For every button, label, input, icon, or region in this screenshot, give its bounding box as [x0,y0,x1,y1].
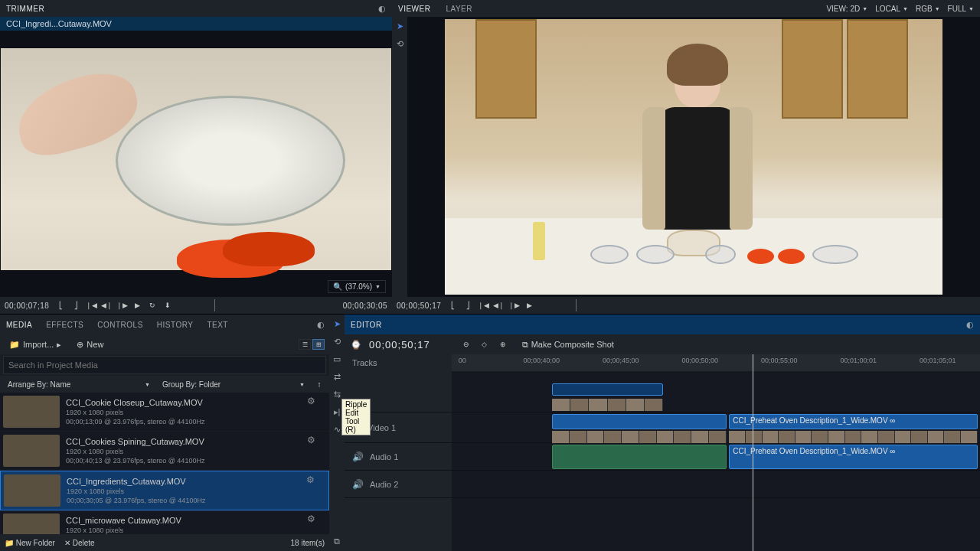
history-tab[interactable]: HISTORY [155,318,195,332]
trimmer-preview[interactable] [0,31,392,276]
prev-frame-button[interactable]: ◀❘ [493,300,504,311]
rate-tool-icon[interactable]: ∿ [334,425,341,435]
search-icon: 🔍 [333,282,342,291]
media-list-item[interactable]: CCI_Ingredients_Cutaway.MOV 1920 x 1080 … [0,471,329,510]
gear-icon[interactable]: ⚙ [307,396,315,406]
media-tab[interactable]: MEDIA [5,318,34,332]
gear-icon[interactable]: ⚙ [306,474,315,485]
slice-tool-icon[interactable]: ▭ [333,354,341,364]
size-dropdown[interactable]: FULL ▼ [948,5,974,13]
effects-tab[interactable]: EFFECTS [44,318,85,332]
timeline-clip[interactable] [552,383,663,396]
chevron-down-icon: ▼ [903,6,908,11]
space-dropdown[interactable]: LOCAL ▼ [875,5,908,13]
chevron-down-icon: ▼ [375,284,381,289]
set-in-button[interactable]: ⎣ [447,300,458,311]
media-item-name: CCI_Ingredients_Cutaway.MOV [67,477,325,486]
ruler-tick: 00;00;55;00 [761,357,798,364]
media-list-item[interactable]: CCI_microwave Cutaway.MOV 1920 x 1080 pi… [0,510,329,534]
insert-button[interactable]: ⬇ [162,300,173,311]
loop-button[interactable]: ↻ [147,300,158,311]
pointer-tool-icon[interactable]: ➤ [397,21,403,31]
next-edit-button[interactable]: ⊕ [498,339,508,350]
slide-tool-icon[interactable]: ⇆ [334,390,341,399]
timeline-video-clip[interactable]: CCI_Preheat Oven Description_1_Wide.MOV … [729,414,977,429]
viewer-tab[interactable]: VIEWER [398,5,430,13]
set-in-button[interactable]: ⎣ [55,300,66,311]
media-item-dims: 1920 x 1080 pixels [66,409,326,416]
viewer-timecode: 00;00;50;17 [397,302,441,310]
trimmer-settings-icon[interactable]: ◐ [378,4,386,14]
media-list[interactable]: CCI_Cookie Closeup_Cutaway.MOV 1920 x 10… [0,393,329,534]
arrange-dropdown[interactable]: Arrange By: Name ▼ [5,380,153,389]
marker-button[interactable]: ◇ [479,339,490,350]
ruler-tick: 00;01;00;01 [841,357,877,364]
step-fwd-button[interactable]: ❘▶ [116,300,127,311]
media-list-item[interactable]: CCI_Cookie Closeup_Cutaway.MOV 1920 x 10… [0,393,329,432]
view-mode-dropdown[interactable]: VIEW: 2D ▼ [826,5,867,13]
timeline-audio-clip[interactable] [552,445,727,469]
step-back-button[interactable]: ◀❘ [101,300,112,311]
trimmer-scrubber[interactable] [179,299,336,311]
speaker-icon[interactable]: 🔊 [352,479,364,490]
controls-tab[interactable]: CONTROLS [96,318,145,332]
timeline-ruler[interactable]: 0000;00;40;0000;00;45;0000;00;50;0000;00… [452,354,980,371]
ripple-edit-tool-icon[interactable]: ▸| [334,407,341,417]
media-list-item[interactable]: CCI_Cookies Spining_Cutaway.MOV 1920 x 1… [0,432,329,471]
composite-shot-button[interactable]: ⧉ Make Composite Shot [522,340,614,350]
hand-tool-icon[interactable]: ⟲ [334,337,341,347]
color-dropdown[interactable]: RGB ▼ [916,5,940,13]
play-button[interactable]: ▶ [524,300,534,311]
editor-tab[interactable]: EDITOR [351,321,382,329]
prev-frame-button[interactable]: ❘◀ [86,300,96,311]
ruler-tick: 00;00;40;00 [524,357,560,364]
media-thumbnail [4,474,60,507]
snap-tool-icon[interactable]: ⧉ [334,536,340,546]
prev-edit-button[interactable]: ⊖ [461,339,472,350]
gear-icon[interactable]: ⚙ [307,514,315,524]
speaker-icon[interactable]: 🔊 [352,452,364,462]
group-dropdown[interactable]: Group By: Folder ▼ [159,380,308,389]
grid-view-button[interactable]: ⊞ [312,339,325,350]
composite-icon: ⧉ [522,340,528,350]
track-header-audio1[interactable]: 🔊 Audio 1 [345,443,452,471]
text-tab[interactable]: TEXT [205,318,230,332]
timeline-audio-clip[interactable]: CCI_Preheat Oven Description_1_Wide.MOV … [729,445,977,469]
viewer-scrubber[interactable] [541,299,975,311]
delete-button[interactable]: ✕ Delete [64,539,95,547]
track-header-audio2[interactable]: 🔊 Audio 2 [345,471,452,498]
clock-icon: ⌚ [351,340,361,350]
next-frame-button[interactable]: ❘▶ [508,300,519,311]
set-out-button[interactable]: ⎦ [462,300,473,311]
play-button[interactable]: ▶ [132,300,142,311]
item-count-label: 18 item(s) [291,539,325,547]
tracks-header-label: Tracks [345,354,452,371]
media-search-input[interactable] [3,356,326,374]
timeline-video-clip[interactable] [552,414,727,429]
trimmer-zoom-dropdown[interactable]: 🔍 (37.0%) ▼ [328,280,386,293]
new-folder-button[interactable]: 📁 New Folder [5,539,55,547]
layer-tab[interactable]: LAYER [446,5,472,13]
viewer-preview[interactable] [407,17,980,297]
trimmer-tab[interactable]: TRIMMER [6,5,44,13]
media-thumbnail [3,514,60,534]
editor-tool-palette: ➤ ⟲ ▭ ⇄ ⇆ ▸| ∿ Ripple Edit Tool (R) ⧉ [329,315,345,551]
list-view-button[interactable]: ☰ [299,339,311,350]
ruler-tick: 00 [459,357,466,364]
media-thumbnail [3,435,60,467]
set-out-button[interactable]: ⎦ [70,300,81,311]
media-settings-icon[interactable]: ◐ [317,320,325,330]
orbit-tool-icon[interactable]: ⟲ [397,39,403,49]
slip-tool-icon[interactable]: ⇄ [334,372,341,382]
trimmer-clip-name: CCI_Ingredi...Cutaway.MOV [0,17,392,31]
media-thumbnail [3,396,60,428]
new-button[interactable]: ⊕ New [72,338,108,351]
timeline-lanes[interactable]: CCI_Preheat Oven Description_1_Wide.MOV … [452,371,980,551]
gear-icon[interactable]: ⚙ [307,435,315,445]
editor-settings-icon[interactable]: ◐ [966,320,974,330]
select-tool-icon[interactable]: ➤ [334,319,341,329]
import-button[interactable]: 📁 Import... ▸ [5,338,66,351]
go-start-button[interactable]: ❘◀ [478,300,488,311]
sort-order-button[interactable]: ↕ [314,379,325,390]
editor-timecode[interactable]: 00;00;50;17 [369,339,430,350]
